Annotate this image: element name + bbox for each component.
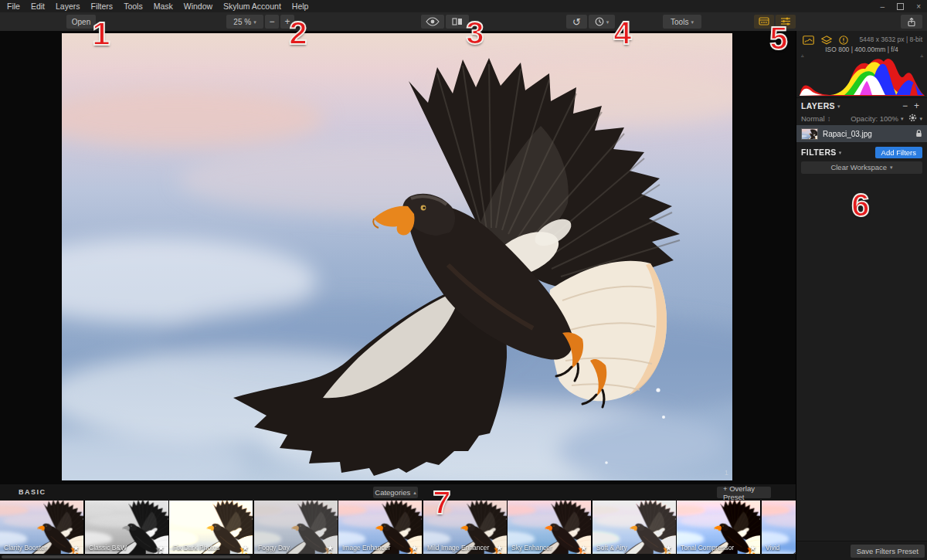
menu-file[interactable]: File bbox=[7, 2, 20, 11]
menu-items: File Edit Layers Filters Tools Mask Wind… bbox=[0, 2, 308, 11]
preset-thumb-clarity-booster[interactable]: Clarity Booster ★ bbox=[0, 501, 83, 554]
share-icon bbox=[907, 17, 916, 27]
chevron-down-icon: ▾ bbox=[839, 150, 842, 155]
opacity-dropdown[interactable]: Opacity: 100% bbox=[851, 114, 898, 123]
add-filters-button[interactable]: Add Filters bbox=[875, 147, 922, 158]
layer-name: Rapaci_03.jpg bbox=[823, 130, 872, 138]
scrollbar-thumb[interactable] bbox=[2, 555, 250, 558]
menu-skylum-account[interactable]: Skylum Account bbox=[223, 2, 281, 11]
compare-before-after-button[interactable] bbox=[446, 15, 469, 29]
close-button[interactable]: × bbox=[916, 2, 921, 11]
filters-sliders-icon bbox=[780, 15, 791, 29]
add-layer-button[interactable]: + bbox=[911, 100, 922, 111]
star-icon[interactable]: ★ bbox=[496, 544, 503, 552]
preset-name: Soft & Airy bbox=[596, 544, 627, 552]
star-icon[interactable]: ★ bbox=[749, 544, 756, 552]
categories-dropdown[interactable]: Categories ▴ bbox=[373, 487, 418, 498]
menu-mask[interactable]: Mask bbox=[154, 2, 173, 11]
right-panel: 5448 x 3632 px | 8-bit ISO 800 | 400.00m… bbox=[796, 31, 927, 560]
overlay-preset-button[interactable]: + Overlay Preset bbox=[717, 487, 771, 498]
menu-tools[interactable]: Tools bbox=[124, 2, 143, 11]
star-icon[interactable]: ★ bbox=[73, 544, 80, 552]
preset-thumb-soft-airy[interactable]: Soft & Airy ★ bbox=[593, 501, 676, 554]
lock-icon[interactable] bbox=[915, 127, 922, 141]
share-export-button[interactable] bbox=[901, 15, 922, 29]
plus-icon: + bbox=[285, 16, 290, 27]
save-filters-preset-button[interactable]: Save Filters Preset bbox=[851, 545, 925, 558]
star-icon[interactable]: ★ bbox=[242, 544, 249, 552]
histogram[interactable]: ▵ ▵ bbox=[800, 54, 925, 96]
canvas-area[interactable]: 1 bbox=[0, 31, 796, 484]
preset-thumb-image-enhancer[interactable]: Image Enhancer ★ bbox=[338, 501, 422, 554]
blend-mode-select[interactable]: Normal bbox=[801, 114, 825, 123]
open-label: Open bbox=[72, 18, 90, 26]
chevron-down-icon: ▾ bbox=[837, 104, 840, 109]
clear-workspace-dropdown[interactable]: Clear Workspace ▾ bbox=[801, 161, 922, 174]
star-icon[interactable]: ★ bbox=[665, 544, 672, 552]
menu-filters[interactable]: Filters bbox=[91, 2, 114, 11]
presets-panel-toggle[interactable] bbox=[754, 15, 774, 29]
preset-name: Fix Dark Photos bbox=[173, 544, 219, 552]
luminar-app-window: File Edit Layers Filters Tools Mask Wind… bbox=[0, 0, 927, 560]
divider bbox=[796, 97, 927, 98]
open-button[interactable]: Open bbox=[66, 15, 96, 29]
menu-help[interactable]: Help bbox=[292, 2, 309, 11]
shadow-clipping-icon[interactable]: ▵ bbox=[801, 53, 804, 59]
history-dropdown[interactable]: ▾ bbox=[589, 15, 615, 29]
layer-row[interactable]: Rapaci_03.jpg bbox=[796, 125, 927, 142]
preset-thumb-vivid[interactable]: Vivid ★ bbox=[762, 501, 796, 554]
preset-name: Vivid bbox=[766, 544, 779, 552]
exif-info: ISO 800 | 400.00mm | f/4 bbox=[796, 46, 927, 53]
chevron-up-icon: ▴ bbox=[413, 490, 416, 495]
tools-label: Tools bbox=[671, 18, 688, 26]
preset-thumb-classic-bw[interactable]: Classic B&W ★ bbox=[85, 501, 168, 554]
filters-panel-toggle[interactable] bbox=[776, 15, 796, 29]
menu-window[interactable]: Window bbox=[184, 2, 212, 11]
star-icon[interactable]: ★ bbox=[158, 544, 165, 552]
preset-name: Foggy Day bbox=[258, 544, 290, 552]
zoom-in-button[interactable]: + bbox=[280, 15, 294, 29]
preset-thumb-tonal-compressor[interactable]: Tonal Compressor ★ bbox=[677, 501, 760, 554]
preset-filmstrip: Clarity Booster ★ Classic B&W ★ Fix Dark… bbox=[0, 501, 796, 554]
preset-thumb-sky-enhancer[interactable]: Sky Enhancer ★ bbox=[508, 501, 591, 554]
preset-name: Clarity Booster bbox=[4, 544, 47, 552]
preset-name: Image Enhancer bbox=[342, 544, 390, 552]
toolbar: Open 25 % ▾ − + ↺ ▾ Tools ▾ bbox=[0, 12, 927, 32]
undo-button[interactable]: ↺ bbox=[566, 15, 587, 29]
photo-rapaci-03[interactable] bbox=[62, 33, 732, 480]
window-controls: – × bbox=[881, 0, 921, 12]
panel-toggle-group bbox=[754, 15, 796, 29]
preset-thumb-fix-dark-photos[interactable]: Fix Dark Photos ★ bbox=[169, 501, 253, 554]
layer-thumbnail bbox=[801, 128, 818, 140]
blend-arrows-icon: ↕ bbox=[827, 114, 831, 123]
preset-name: Classic B&W bbox=[89, 544, 127, 552]
filters-section-title[interactable]: FILTERS bbox=[801, 148, 837, 157]
overlay-preset-label: + Overlay Preset bbox=[723, 484, 765, 501]
menu-bar: File Edit Layers Filters Tools Mask Wind… bbox=[0, 0, 927, 12]
highlight-clipping-icon[interactable]: ▵ bbox=[920, 53, 923, 59]
layers-section-title[interactable]: LAYERS bbox=[801, 101, 835, 110]
image-index-indicator: 1 bbox=[715, 469, 728, 477]
star-icon[interactable]: ★ bbox=[411, 544, 418, 552]
clear-workspace-label: Clear Workspace bbox=[830, 163, 887, 171]
categories-label: Categories bbox=[375, 488, 410, 497]
minimize-button[interactable]: – bbox=[881, 2, 885, 11]
layer-settings-gear-icon[interactable] bbox=[908, 114, 917, 124]
star-icon[interactable]: ★ bbox=[580, 544, 587, 552]
menu-edit[interactable]: Edit bbox=[31, 2, 45, 11]
chevron-down-icon: ▾ bbox=[691, 19, 694, 25]
zoom-out-button[interactable]: − bbox=[265, 15, 279, 29]
zoom-level-dropdown[interactable]: 25 % ▾ bbox=[226, 15, 263, 29]
chevron-down-icon: ▾ bbox=[253, 19, 256, 25]
eye-icon bbox=[426, 17, 440, 26]
preset-thumb-mild-image-enhancer[interactable]: Mild Image Enhancer ★ bbox=[423, 501, 507, 554]
preview-toggle-button[interactable] bbox=[421, 15, 444, 29]
menu-layers[interactable]: Layers bbox=[56, 2, 80, 11]
preset-thumb-foggy-day[interactable]: Foggy Day ★ bbox=[254, 501, 338, 554]
tools-dropdown[interactable]: Tools ▾ bbox=[663, 15, 701, 29]
remove-layer-button[interactable]: − bbox=[899, 100, 911, 111]
star-icon[interactable]: ★ bbox=[327, 544, 334, 552]
filmstrip-scrollbar[interactable] bbox=[0, 554, 796, 560]
restore-button[interactable] bbox=[897, 3, 904, 10]
chevron-down-icon: ▾ bbox=[901, 116, 904, 121]
